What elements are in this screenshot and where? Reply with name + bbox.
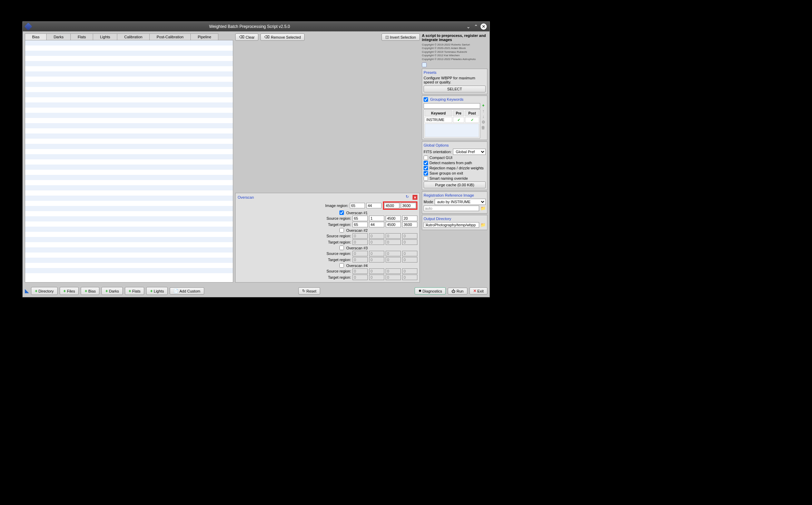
tab-lights[interactable]: Lights [93,33,117,40]
tab-pipeline[interactable]: Pipeline [190,33,218,40]
global-opt-2-checkbox[interactable] [424,166,428,170]
close-panel-icon[interactable]: ✕ [413,195,417,200]
diagnostics-button[interactable]: ✸Diagnostics [415,287,446,295]
purge-cache-button[interactable]: Purge cache (0.00 KiB) [424,181,486,188]
global-opt-0-checkbox[interactable] [424,156,428,160]
plus-icon: + [105,288,108,294]
source-3-y [369,251,384,256]
highlighted-region [383,201,417,210]
presets-panel: Presets Configure WBPP for maximum speed… [422,69,487,94]
tab-flats[interactable]: Flats [70,33,93,40]
output-dir-panel: Output Directory 📁 [422,215,487,230]
target-2-y [369,239,384,245]
plus-icon: + [85,288,87,294]
reg-auto-field [424,206,479,211]
target-4-h [402,275,417,280]
tab-darks[interactable]: Darks [46,33,71,40]
trash-icon[interactable]: 🗑 [481,125,486,130]
move-down-icon[interactable]: ↓ [481,114,486,119]
gear-icon: ✸ [418,289,422,293]
erase-icon: ⌫ [239,35,245,39]
window-title: Weighted Batch Preprocessing Script v2.5… [34,24,465,29]
global-opt-4-checkbox[interactable] [424,176,428,181]
target-2-w [386,239,401,245]
invert-selection-button[interactable]: ◫Invert Selection [382,33,420,41]
power-icon: ⏻ [452,289,455,293]
add-flats-button[interactable]: +Flats [125,287,144,295]
overscan-2-checkbox[interactable] [339,228,344,232]
invert-icon: ◫ [385,35,389,39]
target-4-w [386,275,401,280]
image-region-w[interactable] [384,203,399,208]
source-4-x [353,268,368,274]
keyword-input[interactable] [424,103,480,109]
source-1-w[interactable] [386,216,401,221]
source-3-h [402,251,417,256]
add-bias-button[interactable]: +Bias [81,287,99,295]
close-icon[interactable]: ✕ [481,23,487,30]
source-2-h [402,233,417,239]
exit-button[interactable]: ✕Exit [469,287,487,295]
source-2-x [353,233,368,239]
move-up-icon[interactable]: ↑ [481,109,486,113]
chevron-down-icon[interactable]: ⌄ [465,23,472,30]
image-region-y[interactable] [366,203,382,208]
source-1-h[interactable] [402,216,417,221]
source-4-y [369,268,384,274]
refresh-icon[interactable]: ↻ [406,195,411,200]
global-opt-1-checkbox[interactable] [424,161,428,165]
global-opt-3-checkbox[interactable] [424,171,428,176]
apply-icon[interactable] [25,289,29,293]
check-icon: ✓ [465,117,479,123]
reset-button[interactable]: ↻Reset [298,287,320,295]
target-1-y[interactable] [369,222,384,227]
run-button[interactable]: ⏻Run [448,288,467,295]
main-tabs: Bias Darks Flats Lights Calibration Post… [25,33,233,40]
folder-icon[interactable]: 📁 [481,206,486,211]
image-region-label: Image region: [304,204,348,208]
source-4-w [386,268,401,274]
titlebar: Weighted Batch Preprocessing Script v2.5… [23,22,489,31]
fits-orientation-select[interactable]: Global Pref [453,149,486,155]
chevron-up-icon[interactable]: ⌃ [473,23,479,30]
help-icon[interactable] [422,62,427,67]
file-list[interactable] [25,40,233,283]
target-1-h[interactable] [402,222,417,227]
script-description: A script to preprocess, register and int… [422,33,487,42]
plus-icon: + [150,288,153,294]
overscan-4-checkbox[interactable] [339,263,344,268]
source-3-x [353,251,368,256]
select-preset-button[interactable]: SELECT [424,86,486,92]
folder-icon[interactable]: 📁 [481,222,486,227]
reg-mode-select[interactable]: auto by INSTRUME [435,199,486,205]
tab-bias[interactable]: Bias [25,33,47,40]
add-lights-button[interactable]: +Lights [146,287,168,295]
add-files-button[interactable]: +Files [60,287,79,295]
grouping-checkbox[interactable] [424,97,428,102]
add-darks-button[interactable]: +Darks [101,287,122,295]
target-2-h [402,239,417,245]
tab-calibration[interactable]: Calibration [117,33,150,40]
check-icon: ✓ [453,117,465,123]
add-custom-button[interactable]: 📄Add Custom [170,287,204,295]
tab-post-calibration[interactable]: Post-Calibration [149,33,191,40]
target-1-w[interactable] [386,222,401,227]
gear-icon[interactable]: ⚙ [481,120,486,125]
add-keyword-icon[interactable]: + [481,103,486,108]
output-path-field[interactable] [424,222,479,228]
image-region-h[interactable] [401,203,416,208]
copyright-block: Copyright © 2019-2022 Roberto SartoriCop… [422,43,487,61]
table-row[interactable]: INSTRUME ✓ ✓ [425,117,479,123]
source-3-w [386,251,401,256]
add-directory-button[interactable]: +Directory [31,287,58,295]
app-icon [24,23,32,31]
refresh-icon: ↻ [302,289,305,293]
source-1-x[interactable] [353,216,368,221]
overscan-1-checkbox[interactable] [339,210,344,215]
image-region-x[interactable] [350,203,365,208]
target-1-x[interactable] [353,222,368,227]
source-1-y[interactable] [369,216,384,221]
clear-button[interactable]: ⌫Clear [235,33,258,41]
overscan-3-checkbox[interactable] [339,246,344,250]
remove-selected-button[interactable]: ⌫Remove Selected [260,33,305,41]
